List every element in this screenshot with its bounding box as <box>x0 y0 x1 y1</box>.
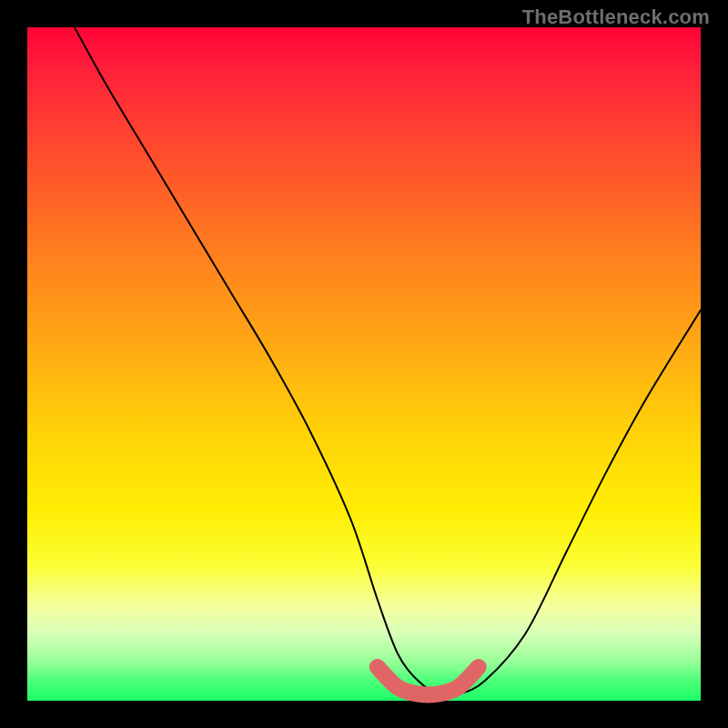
plot-area <box>27 27 701 701</box>
watermark-text: TheBottleneck.com <box>522 5 710 29</box>
optimal-range-path <box>378 667 479 695</box>
curve-layer <box>27 27 701 701</box>
bottleneck-curve-path <box>75 27 701 695</box>
chart-frame: TheBottleneck.com <box>0 0 728 728</box>
